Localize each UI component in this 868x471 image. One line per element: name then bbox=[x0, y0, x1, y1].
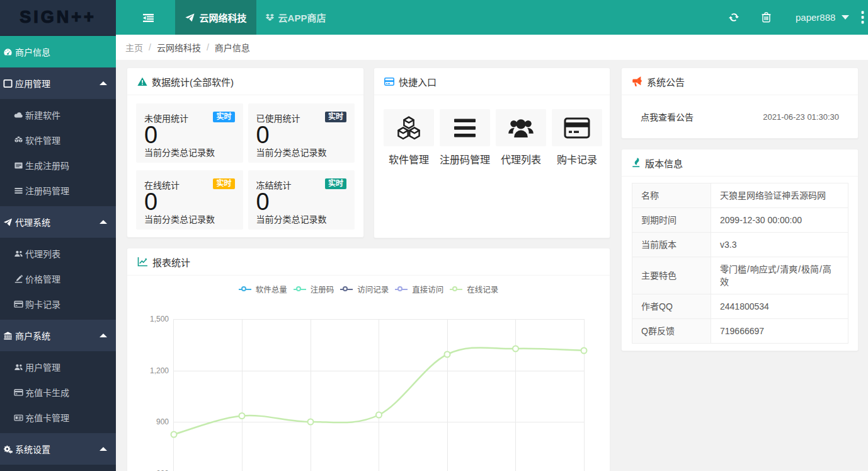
svg-text:1,200: 1,200 bbox=[150, 366, 169, 375]
svg-text:1,500: 1,500 bbox=[150, 315, 169, 323]
svg-text:900: 900 bbox=[156, 417, 169, 426]
